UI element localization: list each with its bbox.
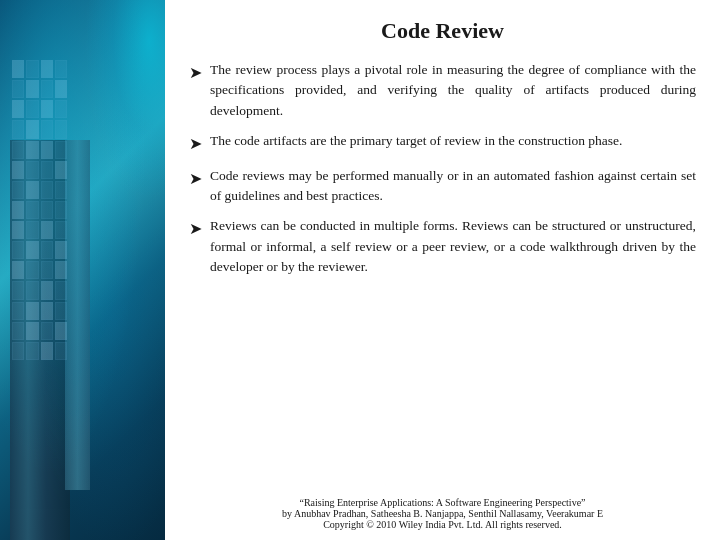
footer-title: “Raising Enterprise Applications: A Soft… <box>189 496 696 508</box>
footer-subtitle: by Anubhav Pradhan, Satheesha B. Nanjapp… <box>189 508 696 519</box>
main-content: Code Review ➤ The review process plays a… <box>165 0 720 540</box>
bullet-item-2: ➤ The code artifacts are the primary tar… <box>189 131 696 156</box>
footer-copyright: Copyright © 2010 Wiley India Pvt. Ltd. A… <box>189 519 696 530</box>
bullet-list: ➤ The review process plays a pivotal rol… <box>189 60 696 480</box>
page-title: Code Review <box>189 18 696 44</box>
bullet-text-1: The review process plays a pivotal role … <box>210 60 696 121</box>
bullet-symbol-3: ➤ <box>189 167 202 191</box>
footer: “Raising Enterprise Applications: A Soft… <box>189 490 696 530</box>
bullet-text-4: Reviews can be conducted in multiple for… <box>210 216 696 277</box>
sidebar-illustration <box>0 0 165 540</box>
bullet-symbol-1: ➤ <box>189 61 202 85</box>
sidebar-background <box>0 0 165 540</box>
bullet-symbol-4: ➤ <box>189 217 202 241</box>
sidebar-overlay <box>0 0 165 540</box>
footer-title-text: “Raising Enterprise Applications: A Soft… <box>299 497 585 508</box>
bullet-text-3: Code reviews may be performed manually o… <box>210 166 696 207</box>
bullet-item-3: ➤ Code reviews may be performed manually… <box>189 166 696 207</box>
bullet-item-1: ➤ The review process plays a pivotal rol… <box>189 60 696 121</box>
bullet-symbol-2: ➤ <box>189 132 202 156</box>
bullet-item-4: ➤ Reviews can be conducted in multiple f… <box>189 216 696 277</box>
bullet-text-2: The code artifacts are the primary targe… <box>210 131 622 151</box>
